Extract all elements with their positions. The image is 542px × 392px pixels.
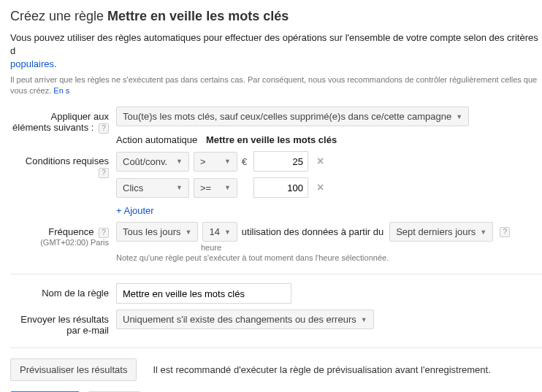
operator-dropdown[interactable]: > ▼ xyxy=(194,152,237,172)
condition-row: Coût/conv. ▼ > ▼ € × xyxy=(116,151,542,172)
apply-to-dropdown[interactable]: Tou(te)s les mots clés, sauf ceux/celles… xyxy=(116,107,469,126)
chevron-down-icon: ▼ xyxy=(480,228,486,236)
help-icon[interactable]: ? xyxy=(500,227,510,237)
chevron-down-icon: ▼ xyxy=(176,184,183,191)
chevron-down-icon: ▼ xyxy=(456,113,462,120)
intro-text: Vous pouvez utiliser des règles automati… xyxy=(10,31,542,72)
hour-label: heure xyxy=(201,243,542,252)
frequency-period-dropdown[interactable]: Tous les jours ▼ xyxy=(116,222,198,242)
popular-link[interactable]: populaires. xyxy=(10,58,57,69)
action-label: Action automatique xyxy=(116,134,197,145)
title-bold: Mettre en veille les mots clés xyxy=(107,9,289,23)
help-icon[interactable]: ? xyxy=(99,123,109,134)
preview-message: Il est recommandé d'exécuter la règle de… xyxy=(153,364,490,375)
data-range-dropdown[interactable]: Sept derniers jours ▼ xyxy=(389,222,493,242)
learn-more-link[interactable]: En s xyxy=(53,86,69,95)
frequency-label: Fréquence ? (GMT+02:00) Paris xyxy=(10,222,116,247)
remove-icon[interactable]: × xyxy=(317,155,324,168)
condition-row: Clics ▼ >= ▼ × xyxy=(116,177,542,198)
preview-button[interactable]: Prévisualiser les résultats xyxy=(10,358,137,381)
frequency-note: Notez qu'une règle peut s'exécuter à tou… xyxy=(116,253,542,262)
currency-symbol: € xyxy=(242,156,252,167)
email-results-dropdown[interactable]: Uniquement s'il existe des changements o… xyxy=(116,310,374,329)
help-icon[interactable]: ? xyxy=(99,228,109,238)
chevron-down-icon: ▼ xyxy=(361,316,367,323)
chevron-down-icon: ▼ xyxy=(224,158,231,165)
rule-name-input[interactable] xyxy=(116,283,291,304)
action-value: Mettre en veille les mots clés xyxy=(206,134,337,145)
value-input[interactable] xyxy=(253,177,308,198)
chevron-down-icon: ▼ xyxy=(185,228,191,236)
apply-to-label: Appliquer aux éléments suivants : ? xyxy=(10,107,116,134)
data-from-label: utilisation des données à partir du xyxy=(242,226,383,237)
frequency-hour-dropdown[interactable]: 14 ▼ xyxy=(202,222,237,242)
help-icon[interactable]: ? xyxy=(99,168,109,178)
divider xyxy=(10,347,542,348)
chevron-down-icon: ▼ xyxy=(176,158,183,165)
operator-dropdown[interactable]: >= ▼ xyxy=(194,178,237,198)
conditions-label: Conditions requises ? xyxy=(10,151,116,178)
divider xyxy=(10,274,542,274)
page-title: Créez une règle Mettre en veille les mot… xyxy=(10,9,542,24)
chevron-down-icon: ▼ xyxy=(224,184,231,191)
metric-dropdown[interactable]: Clics ▼ xyxy=(116,178,189,198)
warning-note: Il peut arriver que les règles ne s'exéc… xyxy=(10,74,542,97)
metric-dropdown[interactable]: Coût/conv. ▼ xyxy=(116,152,189,172)
rule-name-label: Nom de la règle xyxy=(10,283,116,299)
email-label: Envoyer les résultats par e-mail xyxy=(10,310,116,336)
value-input[interactable] xyxy=(253,151,308,172)
chevron-down-icon: ▼ xyxy=(224,228,231,236)
add-condition-link[interactable]: + Ajouter xyxy=(116,205,154,216)
remove-icon[interactable]: × xyxy=(317,181,324,194)
title-prefix: Créez une règle xyxy=(10,9,107,23)
